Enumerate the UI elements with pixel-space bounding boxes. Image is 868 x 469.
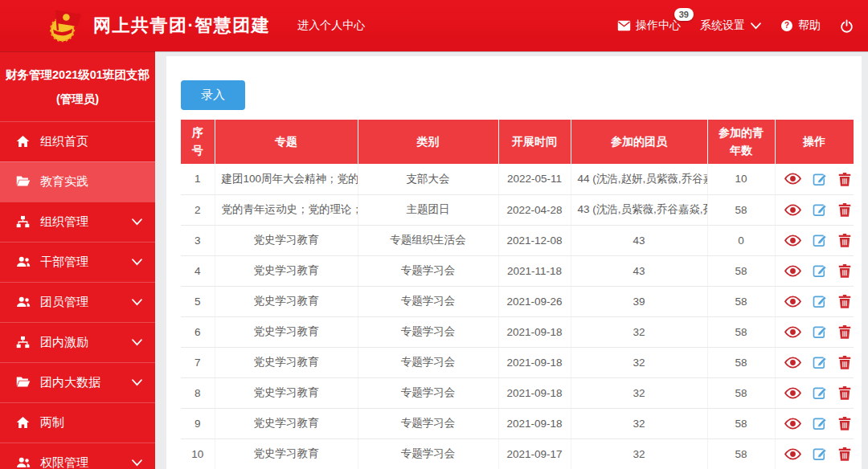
cell-category: 支部大会 (358, 164, 498, 194)
sidebar-item-7[interactable]: 两制 (0, 402, 155, 442)
cell-youth-count: 58 (707, 408, 775, 438)
folder-icon (16, 376, 31, 389)
view-icon[interactable] (784, 357, 801, 369)
column-header: 参加的团员 (571, 120, 707, 164)
sidebar-item-label: 干部管理 (40, 255, 88, 270)
cell-category: 专题学习会 (358, 438, 498, 469)
cell-members: 32 (571, 438, 707, 469)
nav-item-label: 操作中心 (636, 18, 681, 33)
nav-item-logout[interactable] (840, 19, 858, 33)
power-icon (840, 19, 854, 33)
table-row: 1建团100周年大会精神；党的...支部大会2022-05-1144 (沈浩,赵… (181, 164, 854, 194)
delete-icon[interactable] (838, 233, 851, 247)
edit-icon[interactable] (813, 416, 827, 430)
delete-icon[interactable] (838, 324, 851, 339)
personal-center-link[interactable]: 进入个人中心 (297, 18, 365, 33)
nav-item-system-settings[interactable]: 系统设置 (700, 18, 761, 33)
cell-serial: 3 (181, 225, 215, 255)
edit-icon[interactable] (813, 202, 827, 217)
cell-actions (775, 316, 854, 347)
cell-category: 专题学习会 (358, 316, 498, 347)
sitemap-icon (16, 215, 31, 229)
folder-icon (16, 175, 31, 189)
table-row: 7党史学习教育专题学习会2021-09-183258 (181, 347, 854, 377)
delete-icon[interactable] (838, 385, 851, 400)
cell-youth-count: 58 (707, 255, 775, 286)
home-icon (16, 416, 31, 430)
sidebar-item-3[interactable]: 干部管理 (0, 242, 155, 282)
delete-icon[interactable] (838, 294, 851, 308)
cell-category: 专题学习会 (358, 408, 498, 438)
view-icon[interactable] (784, 418, 801, 430)
cell-youth-count: 10 (707, 164, 775, 194)
delete-icon[interactable] (838, 447, 851, 461)
sidebar: 财务管理2021级01班团支部 (管理员) 组织首页教育实践组织管理干部管理团员… (0, 51, 155, 469)
edit-icon[interactable] (813, 263, 827, 278)
view-icon[interactable] (784, 296, 801, 308)
sidebar-item-5[interactable]: 团内激励 (0, 322, 155, 362)
delete-icon[interactable] (838, 202, 851, 217)
sidebar-item-4[interactable]: 团员管理 (0, 282, 155, 322)
view-icon[interactable] (784, 448, 801, 460)
users-icon (16, 296, 31, 309)
delete-icon[interactable] (838, 263, 851, 278)
cell-date: 2021-09-26 (498, 286, 571, 316)
nav-item-help[interactable]: ?帮助 (780, 18, 821, 33)
edit-icon[interactable] (813, 294, 827, 308)
view-icon[interactable] (784, 173, 801, 185)
table-row: 9党史学习教育专题学习会2021-09-183258 (181, 408, 854, 438)
sidebar-item-1[interactable]: 教育实践 (0, 161, 155, 202)
view-icon[interactable] (784, 326, 801, 338)
cell-youth-count: 58 (707, 194, 775, 225)
view-icon[interactable] (784, 234, 801, 247)
edit-icon[interactable] (813, 233, 827, 247)
enter-record-button[interactable]: 录入 (181, 80, 245, 110)
column-header: 类别 (358, 120, 498, 164)
cell-members: 43 (沈浩,员紫薇,乔谷嘉焱,孙... (571, 194, 707, 225)
view-icon[interactable] (784, 204, 801, 216)
sidebar-item-label: 教育实践 (40, 174, 88, 190)
edit-icon[interactable] (813, 172, 827, 186)
table-header-row: 序号专题类别开展时间参加的团员参加的青年数操作 (181, 120, 854, 164)
column-header: 操作 (775, 120, 854, 164)
chevron-down-icon (132, 299, 142, 306)
sidebar-item-8[interactable]: 权限管理 (0, 442, 155, 469)
edit-icon[interactable] (813, 385, 827, 400)
cell-topic: 党史学习教育 (215, 225, 358, 255)
sidebar-item-2[interactable]: 组织管理 (0, 202, 155, 242)
users-icon (16, 456, 31, 469)
sidebar-item-label: 团内大数据 (40, 375, 100, 390)
sidebar-item-6[interactable]: 团内大数据 (0, 362, 155, 402)
delete-icon[interactable] (838, 355, 851, 369)
chevron-down-icon (132, 459, 142, 467)
cell-youth-count: 58 (707, 438, 775, 469)
cell-topic: 党史学习教育 (215, 316, 358, 347)
cell-actions (775, 225, 854, 255)
sidebar-item-label: 团员管理 (40, 295, 88, 310)
cell-members: 32 (571, 408, 707, 438)
cell-actions (775, 347, 854, 377)
cell-topic: 党史学习教育 (215, 438, 358, 469)
sidebar-item-label: 两制 (40, 415, 64, 430)
nav-item-action-center[interactable]: 操作中心39 (617, 18, 681, 33)
delete-icon[interactable] (838, 172, 851, 186)
edit-icon[interactable] (813, 324, 827, 339)
cell-date: 2021-09-17 (498, 438, 571, 469)
view-icon[interactable] (784, 387, 801, 399)
cell-date: 2021-09-18 (498, 316, 571, 347)
cell-date: 2022-04-28 (498, 194, 571, 225)
cell-serial: 8 (181, 377, 215, 408)
view-icon[interactable] (784, 265, 801, 277)
delete-icon[interactable] (838, 416, 851, 430)
sidebar-item-0[interactable]: 组织首页 (0, 121, 155, 161)
cell-actions (775, 194, 854, 225)
league-emblem-logo (46, 7, 84, 44)
app-header: 网上共青团·智慧团建 进入个人中心 操作中心39系统设置?帮助 (0, 0, 868, 51)
edit-icon[interactable] (813, 447, 827, 461)
users-icon (16, 255, 31, 269)
cell-actions (775, 286, 854, 316)
edit-icon[interactable] (813, 355, 827, 369)
org-role: (管理员) (5, 88, 150, 112)
cell-category: 专题学习会 (358, 286, 498, 316)
table-row: 3党史学习教育专题组织生活会2021-12-08430 (181, 225, 854, 255)
